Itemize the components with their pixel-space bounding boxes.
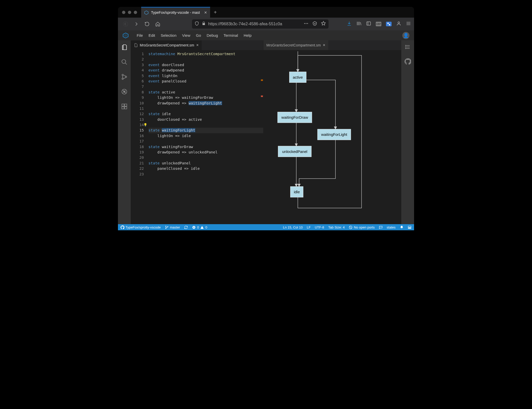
downloads-icon[interactable] xyxy=(347,21,352,27)
status-bar: TypeFox/sprotty-vscode master 0 0 Ln 15,… xyxy=(118,224,414,230)
close-tab-icon[interactable]: × xyxy=(196,43,199,47)
translate-extension-icon[interactable] xyxy=(386,22,392,26)
svg-point-11 xyxy=(122,78,123,79)
svg-point-14 xyxy=(123,91,125,93)
diagram-surface[interactable]: activewaitingForDrawwaitingForLightunloc… xyxy=(263,50,401,224)
zoom-window-button[interactable] xyxy=(134,11,137,14)
browser-tabstrip: TypeFox/sprotty-vscode - mast × + xyxy=(118,7,414,18)
close-tab-button[interactable]: × xyxy=(204,10,207,15)
github-icon[interactable] xyxy=(404,58,411,66)
status-feedback[interactable] xyxy=(379,225,383,229)
menu-file[interactable]: File xyxy=(137,33,143,38)
state-node-unlockedPanel[interactable]: unlockedPanel xyxy=(278,146,311,157)
svg-rect-38 xyxy=(408,227,411,228)
svg-text:waitingForDraw: waitingForDraw xyxy=(281,115,308,119)
svg-point-32 xyxy=(165,226,166,226)
diagram-tab[interactable]: MrsGrantsSecretCompartment.sm × xyxy=(263,40,329,50)
svg-rect-17 xyxy=(122,107,124,109)
debug-activity-icon[interactable] xyxy=(121,88,128,96)
hamburger-menu-icon[interactable] xyxy=(406,21,411,27)
svg-text:idle: idle xyxy=(294,190,299,194)
code-editor[interactable]: 1234567891011121314151617181920212223 st… xyxy=(131,50,263,224)
status-branch[interactable]: master xyxy=(165,225,180,229)
close-window-button[interactable] xyxy=(122,11,125,14)
editor-tab-title: MrsGrantsSecretCompartment.sm xyxy=(140,43,194,47)
sidebar-icon[interactable] xyxy=(366,21,371,27)
state-node-waitingForLight[interactable]: waitingForLight xyxy=(317,129,350,140)
svg-rect-5 xyxy=(367,22,370,25)
status-language[interactable]: states xyxy=(387,225,396,229)
menu-selection[interactable]: Selection xyxy=(161,33,177,38)
svg-marker-0 xyxy=(144,11,148,14)
svg-point-10 xyxy=(122,74,123,76)
status-layout-icon[interactable] xyxy=(408,225,412,229)
extensions-activity-icon[interactable] xyxy=(121,103,128,111)
code-content[interactable]: statemachine MrsGrantsSecretCompartmente… xyxy=(149,50,263,224)
status-repo[interactable]: TypeFox/sprotty-vscode xyxy=(120,225,161,229)
gitpod-favicon xyxy=(144,10,149,15)
status-tabsize[interactable]: Tab Size: 4 xyxy=(328,225,345,229)
minimize-window-button[interactable] xyxy=(128,11,131,14)
menu-debug[interactable]: Debug xyxy=(207,33,218,38)
address-bar[interactable]: https://f9683b3c-74e2-4586-afea-551c0a xyxy=(192,19,329,29)
search-activity-icon[interactable] xyxy=(121,59,128,66)
overview-ruler[interactable] xyxy=(260,50,263,224)
gitpod-logo-icon xyxy=(123,32,129,39)
code-editor-panel: MrsGrantsSecretCompartment.sm × 12345678… xyxy=(131,40,263,224)
bookmark-star-icon[interactable] xyxy=(321,21,326,27)
svg-point-1 xyxy=(123,22,128,26)
forward-button[interactable] xyxy=(132,19,141,29)
status-cursor[interactable]: Ln 15, Col 10 xyxy=(283,225,303,229)
user-avatar[interactable]: 👤 xyxy=(402,32,409,39)
svg-point-31 xyxy=(405,48,406,49)
outline-icon[interactable] xyxy=(405,44,411,51)
status-ports[interactable]: No open ports xyxy=(349,225,375,229)
browser-window: TypeFox/sprotty-vscode - mast × + xyxy=(118,7,414,230)
state-node-idle[interactable]: idle xyxy=(290,187,303,197)
tracking-shield-icon[interactable] xyxy=(195,21,199,27)
window-controls xyxy=(118,11,141,14)
app-menubar: FileEditSelectionViewGoDebugTerminalHelp… xyxy=(118,30,414,40)
menu-terminal[interactable]: Terminal xyxy=(224,33,238,38)
svg-point-33 xyxy=(165,228,166,229)
adblock-extension-icon[interactable]: ABP xyxy=(376,22,381,26)
new-tab-button[interactable]: + xyxy=(210,9,221,15)
line-number-gutter: 1234567891011121314151617181920212223 xyxy=(131,50,149,224)
svg-point-34 xyxy=(167,226,168,227)
svg-point-4 xyxy=(307,23,308,24)
menu-view[interactable]: View xyxy=(182,33,190,38)
home-button[interactable] xyxy=(153,19,162,29)
state-node-active[interactable]: active xyxy=(289,72,306,82)
reload-button[interactable] xyxy=(142,19,152,29)
pocket-icon[interactable] xyxy=(312,21,317,27)
lock-icon[interactable] xyxy=(202,21,206,27)
svg-point-29 xyxy=(405,45,406,46)
menu-edit[interactable]: Edit xyxy=(149,33,155,38)
svg-marker-8 xyxy=(124,34,127,37)
status-sync[interactable] xyxy=(184,225,188,229)
menu-help[interactable]: Help xyxy=(244,33,251,38)
editor-tab[interactable]: MrsGrantsSecretCompartment.sm × xyxy=(131,40,202,50)
status-encoding[interactable]: UTF-8 xyxy=(315,225,324,229)
diagram-tabbar: MrsGrantsSecretCompartment.sm × xyxy=(263,40,401,50)
back-button[interactable] xyxy=(121,19,130,29)
svg-point-30 xyxy=(405,47,406,47)
explorer-activity-icon[interactable] xyxy=(121,44,128,52)
page-actions-icon[interactable] xyxy=(304,21,309,27)
account-icon[interactable] xyxy=(396,21,401,27)
status-problems[interactable]: 0 0 xyxy=(192,225,207,229)
browser-tab[interactable]: TypeFox/sprotty-vscode - mast × xyxy=(141,7,210,18)
svg-point-9 xyxy=(122,59,126,63)
status-bell-icon[interactable] xyxy=(400,225,404,229)
scm-activity-icon[interactable] xyxy=(121,74,128,81)
menu-go[interactable]: Go xyxy=(196,33,201,38)
state-node-waitingForDraw[interactable]: waitingForDraw xyxy=(277,112,312,123)
panel-right-bar xyxy=(401,40,414,224)
editor-group: MrsGrantsSecretCompartment.sm × 12345678… xyxy=(131,40,414,224)
svg-rect-15 xyxy=(122,104,124,106)
close-tab-icon[interactable]: × xyxy=(323,43,325,47)
diagram-panel: MrsGrantsSecretCompartment.sm × xyxy=(263,40,401,224)
status-eol[interactable]: LF xyxy=(307,225,311,229)
library-icon[interactable] xyxy=(356,21,361,27)
svg-rect-18 xyxy=(125,107,127,109)
